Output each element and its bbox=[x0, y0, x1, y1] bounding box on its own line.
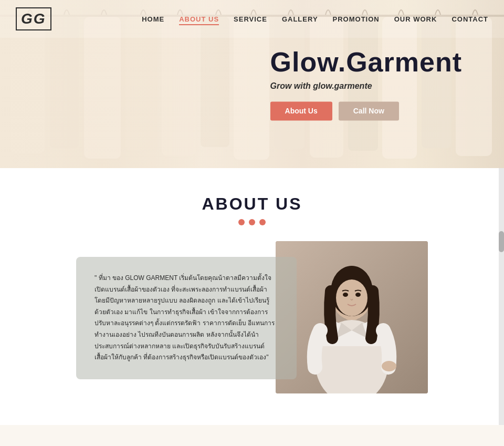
about-us-button[interactable]: About Us bbox=[270, 102, 332, 121]
nav-link-promotion[interactable]: PROMOTION bbox=[333, 15, 380, 23]
nav-item-contact[interactable]: CONTACT bbox=[452, 14, 488, 24]
nav-link-about[interactable]: ABOUT US bbox=[179, 15, 219, 25]
about-section: ABOUT US " ที่มา ของ GLOW GARMENT เริ่มต… bbox=[0, 168, 504, 425]
hero-subtitle: Grow with glow.garmente bbox=[270, 82, 462, 91]
hero-content: Glow.Garment Grow with glow.garmente Abo… bbox=[270, 47, 462, 120]
about-quote-box: " ที่มา ของ GLOW GARMENT เริ่มต้นโดยคุณน… bbox=[76, 257, 297, 379]
nav-item-service[interactable]: SERVICE bbox=[234, 14, 267, 24]
dot-3 bbox=[259, 219, 266, 225]
nav-link-contact[interactable]: CONTACT bbox=[452, 15, 488, 23]
scrollbar-thumb[interactable] bbox=[499, 231, 504, 252]
about-quote-text: " ที่มา ของ GLOW GARMENT เริ่มต้นโดยคุณน… bbox=[94, 273, 278, 364]
nav-item-promotion[interactable]: PROMOTION bbox=[333, 14, 380, 24]
about-dots bbox=[10, 219, 494, 225]
hero-buttons: About Us Call Now bbox=[270, 102, 462, 121]
nav-link-gallery[interactable]: GALLERY bbox=[282, 15, 318, 23]
dot-2 bbox=[249, 219, 255, 225]
nav-item-ourwork[interactable]: OUR WORK bbox=[394, 14, 437, 24]
nav-link-service[interactable]: SERVICE bbox=[234, 15, 267, 23]
logo[interactable]: GG bbox=[16, 7, 51, 30]
service-section: SERVICE bbox=[0, 425, 504, 446]
nav-links: HOME ABOUT US SERVICE GALLERY PROMOTION … bbox=[142, 14, 488, 24]
about-image bbox=[276, 241, 428, 393]
svg-point-23 bbox=[343, 293, 348, 297]
dot-1 bbox=[238, 219, 245, 225]
nav-item-about[interactable]: ABOUT US bbox=[179, 14, 219, 24]
about-content: " ที่มา ของ GLOW GARMENT เริ่มต้นโดยคุณน… bbox=[21, 241, 483, 393]
nav-item-gallery[interactable]: GALLERY bbox=[282, 14, 318, 24]
navbar: GG HOME ABOUT US SERVICE GALLERY PROMOTI… bbox=[0, 0, 504, 38]
nav-item-home[interactable]: HOME bbox=[142, 14, 164, 24]
svg-point-25 bbox=[382, 361, 396, 371]
svg-point-22 bbox=[336, 279, 368, 316]
nav-link-ourwork[interactable]: OUR WORK bbox=[394, 15, 437, 23]
about-section-title: ABOUT US bbox=[10, 194, 494, 214]
call-now-button[interactable]: Call Now bbox=[339, 102, 399, 121]
nav-link-home[interactable]: HOME bbox=[142, 15, 164, 23]
about-person-svg bbox=[276, 241, 428, 393]
hero-title: Glow.Garment bbox=[270, 47, 462, 77]
svg-point-24 bbox=[355, 293, 361, 297]
